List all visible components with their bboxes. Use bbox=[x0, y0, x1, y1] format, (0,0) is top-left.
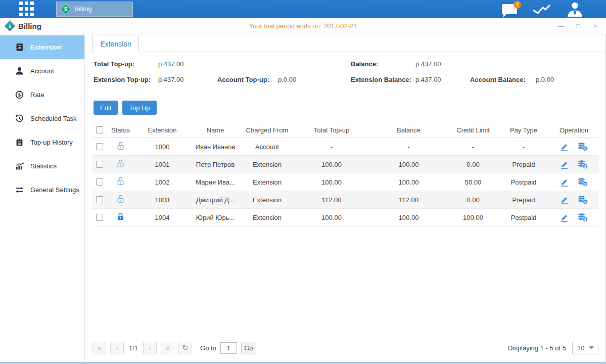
page-indicator: 1/1 bbox=[129, 344, 138, 352]
table-body: 1000 Иван Иванов Account - - - - $ bbox=[92, 138, 599, 226]
first-page-button[interactable]: « bbox=[92, 342, 106, 354]
select-all-checkbox[interactable] bbox=[96, 126, 103, 133]
balance-cell: - bbox=[369, 138, 448, 156]
pay-type-cell: Postpaid bbox=[498, 173, 549, 191]
sidebar-item-label: Extension bbox=[30, 43, 62, 51]
dollar-circle-icon: $ bbox=[15, 90, 24, 99]
maximize-button[interactable]: □ bbox=[575, 22, 582, 30]
pay-type-cell: - bbox=[498, 138, 549, 156]
sidebar-item-general-settings[interactable]: General Settings bbox=[0, 178, 84, 202]
sidebar-item-label: General Settings bbox=[30, 186, 79, 194]
extension-topup-value: p.437.00 bbox=[158, 76, 184, 83]
notebook-icon bbox=[15, 138, 24, 147]
sidebar-item-scheduled-task[interactable]: Scheduled Task bbox=[0, 107, 84, 130]
sidebar-item-label: Scheduled Task bbox=[30, 115, 77, 122]
table-row: 1004 Юрий Юрь... Extension 100.00 100.00… bbox=[92, 209, 599, 226]
account-topup-value: p.0.00 bbox=[278, 76, 296, 83]
row-checkbox[interactable] bbox=[96, 178, 103, 186]
app-grid-icon[interactable] bbox=[19, 2, 34, 16]
extension-cell: 1001 bbox=[134, 156, 190, 173]
sidebar-item-account[interactable]: Account bbox=[0, 59, 84, 83]
sidebar-item-statistics[interactable]: Statistics bbox=[0, 154, 84, 178]
svg-text:$: $ bbox=[584, 217, 586, 221]
svg-text:$: $ bbox=[584, 182, 586, 186]
column-charged-from: Charged From bbox=[241, 122, 294, 138]
reports-chart-icon[interactable] bbox=[532, 3, 551, 16]
top-up-coins-icon[interactable]: $ bbox=[577, 213, 588, 222]
credit-limit-cell: 0.00 bbox=[448, 156, 498, 173]
balance-cell: 112.00 bbox=[369, 191, 448, 209]
row-checkbox[interactable] bbox=[96, 196, 103, 203]
top-up-coins-icon[interactable]: $ bbox=[577, 195, 588, 205]
total-topup-cell: 100.00 bbox=[294, 173, 369, 191]
account-balance-label: Account Balance: bbox=[470, 76, 526, 83]
top-up-coins-icon[interactable]: $ bbox=[577, 177, 588, 187]
pay-type-cell: Prepaid bbox=[498, 191, 549, 209]
taskbar-billing-tab[interactable]: $ Billing bbox=[56, 2, 133, 17]
last-page-button[interactable]: » bbox=[161, 342, 174, 354]
name-cell: Мария Ива... bbox=[190, 173, 241, 191]
page-size-select[interactable]: 10 bbox=[572, 342, 598, 354]
table-row: 1001 Петр Петров Extension 100.00 100.00… bbox=[92, 156, 599, 173]
balance-value: p.437.00 bbox=[415, 60, 441, 68]
window-titlebar: $ Billing Your trial period ends on: 201… bbox=[0, 18, 606, 34]
top-up-coins-icon[interactable]: $ bbox=[577, 142, 588, 152]
credit-limit-cell: - bbox=[448, 138, 498, 156]
app-window: $ Billing ! $ Billing Your trial period … bbox=[0, 0, 606, 364]
trial-notice: Your trial period ends on: 2017-02-24 bbox=[249, 22, 357, 30]
extension-book-icon bbox=[15, 43, 24, 52]
edit-pencil-icon[interactable] bbox=[560, 195, 569, 205]
pagination-bar: « ‹ 1/1 › » ↻ Go to Go Displaying 1 - 5 … bbox=[92, 337, 598, 359]
goto-label: Go to bbox=[200, 344, 216, 352]
row-checkbox[interactable] bbox=[96, 214, 103, 221]
edit-pencil-icon[interactable] bbox=[560, 160, 569, 169]
close-button[interactable]: × bbox=[592, 22, 599, 30]
credit-limit-cell: 0.00 bbox=[448, 191, 498, 209]
table-header-row: Status Extension Name Charged From Total… bbox=[92, 122, 599, 138]
charged-from-cell: Account bbox=[241, 138, 294, 156]
go-button[interactable]: Go bbox=[241, 342, 256, 354]
messages-icon[interactable]: ! bbox=[502, 4, 517, 14]
sidebar-item-label: Statistics bbox=[30, 162, 57, 170]
person-icon bbox=[15, 67, 24, 75]
goto-page-input[interactable] bbox=[220, 342, 237, 354]
extension-cell: 1004 bbox=[134, 209, 190, 226]
row-checkbox[interactable] bbox=[96, 161, 103, 168]
billing-title-icon: $ bbox=[5, 21, 15, 31]
top-up-coins-icon[interactable]: $ bbox=[577, 160, 588, 169]
refresh-icon[interactable]: ↻ bbox=[178, 342, 192, 354]
row-checkbox[interactable] bbox=[96, 143, 103, 150]
total-topup-value: p.437.00 bbox=[158, 60, 184, 68]
charged-from-cell: Extension bbox=[241, 173, 294, 191]
sidebar-item-extension[interactable]: Extension bbox=[0, 35, 84, 59]
lock-closed-icon bbox=[116, 212, 125, 221]
statistics-icon bbox=[15, 162, 24, 170]
history-clock-icon bbox=[15, 114, 24, 123]
next-page-button[interactable]: › bbox=[143, 342, 157, 354]
balance-summary: Total Top-up: p.437.00 Balance: p.437.00… bbox=[85, 59, 605, 90]
column-extension: Extension bbox=[134, 122, 190, 138]
minimize-button[interactable]: — bbox=[557, 22, 565, 30]
table-row: 1002 Мария Ива... Extension 100.00 100.0… bbox=[92, 173, 599, 191]
chevron-down-icon bbox=[589, 346, 594, 349]
edit-pencil-icon[interactable] bbox=[560, 142, 569, 152]
sidebar-item-rate[interactable]: $ Rate bbox=[0, 83, 84, 107]
top-up-button[interactable]: Top Up bbox=[122, 101, 156, 115]
user-account-icon[interactable] bbox=[566, 2, 584, 17]
table-row: 1000 Иван Иванов Account - - - - $ bbox=[92, 138, 599, 156]
sidebar-item-topup-history[interactable]: Top-up History bbox=[0, 130, 84, 154]
lock-open-icon bbox=[116, 176, 125, 186]
window-title: Billing bbox=[18, 22, 41, 30]
tab-bar: Extension bbox=[85, 34, 605, 52]
prev-page-button[interactable]: ‹ bbox=[110, 342, 124, 354]
tab-extension[interactable]: Extension bbox=[92, 35, 139, 53]
total-topup-cell: 100.00 bbox=[294, 156, 369, 173]
edit-button[interactable]: Edit bbox=[94, 101, 118, 115]
edit-pencil-icon[interactable] bbox=[560, 177, 569, 187]
total-topup-label: Total Top-up: bbox=[94, 60, 134, 68]
credit-limit-cell: 50.00 bbox=[448, 173, 498, 191]
edit-pencil-icon[interactable] bbox=[560, 213, 569, 222]
displaying-text: Displaying 1 - 5 of 5 bbox=[508, 344, 566, 352]
name-cell: Петр Петров bbox=[190, 156, 241, 173]
notification-badge: ! bbox=[514, 1, 521, 9]
